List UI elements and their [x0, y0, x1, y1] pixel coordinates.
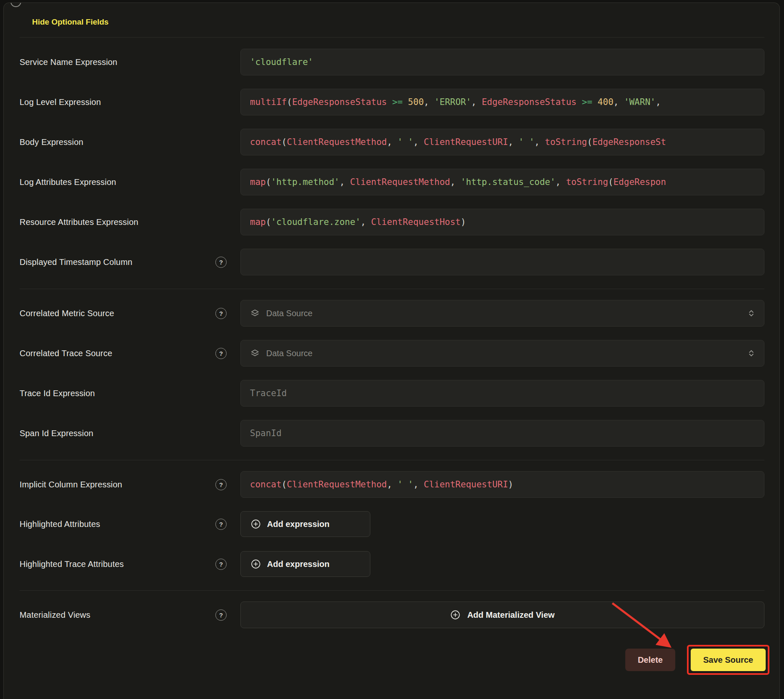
circle-plus-icon — [251, 519, 261, 529]
service-name-label: Service Name Expression — [20, 57, 117, 67]
add-expression-label: Add expression — [267, 519, 330, 529]
highlighted-attributes-label: Highlighted Attributes — [20, 519, 100, 529]
field-row-resource-attributes: Resource Attributes Expression map('clou… — [20, 209, 764, 235]
save-source-button[interactable]: Save Source — [691, 649, 766, 671]
add-materialized-view-button[interactable]: Add Materialized View — [240, 602, 764, 628]
body-expression-input[interactable]: concat(ClientRequestMethod, ' ', ClientR… — [240, 129, 764, 155]
add-materialized-view-label: Add Materialized View — [467, 610, 555, 620]
displayed-timestamp-input[interactable] — [240, 249, 764, 275]
trace-id-placeholder: TraceId — [250, 388, 287, 398]
log-attributes-label: Log Attributes Expression — [20, 177, 116, 187]
log-level-label: Log Level Expression — [20, 97, 101, 107]
field-row-implicit-column: Implicit Column Expression ? concat(Clie… — [20, 471, 764, 498]
section-divider — [20, 289, 764, 289]
field-row-log-level: Log Level Expression multiIf(EdgeRespons… — [20, 89, 764, 115]
field-row-highlighted-attributes: Highlighted Attributes ? Add expression — [20, 511, 764, 537]
correlated-trace-label: Correlated Trace Source — [20, 349, 112, 358]
form-actions: Delete Save Source — [20, 645, 764, 675]
source-settings-panel: Hide Optional Fields Service Name Expres… — [3, 2, 780, 699]
field-row-displayed-timestamp: Displayed Timestamp Column ? — [20, 249, 764, 275]
trace-id-expression-input[interactable]: TraceId — [240, 380, 764, 407]
help-icon[interactable]: ? — [215, 609, 227, 621]
circle-plus-icon — [450, 610, 460, 620]
help-icon[interactable]: ? — [215, 257, 227, 268]
add-expression-label: Add expression — [267, 559, 330, 569]
log-attributes-expression-input[interactable]: map('http.method', ClientRequestMethod, … — [240, 169, 764, 195]
data-source-placeholder: Data Source — [266, 309, 312, 318]
service-name-expression-input[interactable]: 'cloudflare' — [240, 49, 764, 75]
annotation-highlight-box: Save Source — [687, 645, 769, 675]
section-divider — [20, 590, 764, 591]
correlated-metric-source-select[interactable]: Data Source — [240, 300, 764, 327]
field-row-correlated-trace: Correlated Trace Source ? Data Source — [20, 340, 764, 367]
correlated-trace-source-select[interactable]: Data Source — [240, 340, 764, 367]
hide-optional-fields-link[interactable]: Hide Optional Fields — [32, 17, 109, 27]
field-row-highlighted-trace-attributes: Highlighted Trace Attributes ? Add expre… — [20, 551, 764, 577]
span-id-label: Span Id Expression — [20, 429, 93, 438]
field-row-log-attributes: Log Attributes Expression map('http.meth… — [20, 169, 764, 195]
resource-attributes-expression-input[interactable]: map('cloudflare.zone', ClientRequestHost… — [240, 209, 764, 235]
highlighted-trace-attributes-label: Highlighted Trace Attributes — [20, 559, 124, 569]
span-id-placeholder: SpanId — [250, 428, 282, 438]
trace-id-label: Trace Id Expression — [20, 389, 95, 398]
field-row-span-id: Span Id Expression SpanId — [20, 420, 764, 447]
field-row-body: Body Expression concat(ClientRequestMeth… — [20, 129, 764, 155]
help-icon[interactable]: ? — [215, 519, 227, 530]
circle-plus-icon — [251, 559, 261, 569]
implicit-column-label: Implicit Column Expression — [20, 480, 122, 489]
field-row-service-name: Service Name Expression 'cloudflare' — [20, 49, 764, 75]
resource-attributes-label: Resource Attributes Expression — [20, 217, 138, 227]
section-divider — [20, 460, 764, 460]
body-label: Body Expression — [20, 137, 83, 147]
field-row-materialized-views: Materialized Views ? Add Materialized Vi… — [20, 602, 764, 628]
add-expression-button[interactable]: Add expression — [240, 511, 370, 537]
implicit-column-expression-input[interactable]: concat(ClientRequestMethod, ' ', ClientR… — [240, 471, 764, 498]
field-row-correlated-metric: Correlated Metric Source ? Data Source — [20, 300, 764, 327]
layers-icon — [250, 348, 260, 358]
field-row-trace-id: Trace Id Expression TraceId — [20, 380, 764, 407]
displayed-timestamp-label: Displayed Timestamp Column — [20, 257, 132, 267]
add-expression-button[interactable]: Add expression — [240, 551, 370, 577]
chevron-updown-icon — [748, 349, 755, 358]
log-level-expression-input[interactable]: multiIf(EdgeResponseStatus >= 500, 'ERRO… — [240, 89, 764, 115]
chevron-updown-icon — [748, 309, 755, 318]
help-icon[interactable]: ? — [215, 308, 227, 319]
delete-button[interactable]: Delete — [625, 649, 675, 671]
section-divider — [20, 37, 764, 37]
correlated-metric-label: Correlated Metric Source — [20, 309, 114, 318]
help-icon[interactable]: ? — [215, 559, 227, 570]
help-icon[interactable]: ? — [215, 348, 227, 359]
materialized-views-label: Materialized Views — [20, 610, 90, 620]
help-icon[interactable]: ? — [215, 479, 227, 490]
layers-icon — [250, 308, 260, 318]
data-source-placeholder: Data Source — [266, 349, 312, 358]
span-id-expression-input[interactable]: SpanId — [240, 420, 764, 447]
